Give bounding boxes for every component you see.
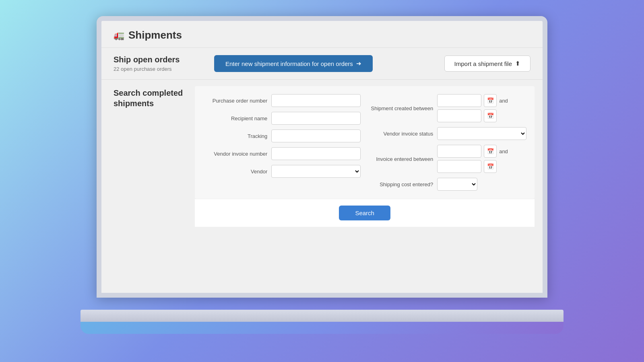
recipient-input[interactable] xyxy=(271,112,361,125)
shipment-date-from-row: 📅 and xyxy=(437,94,526,107)
ship-open-orders-section: Ship open orders 22 open purchase orders… xyxy=(101,48,543,80)
invoice-date-to-calendar-button[interactable]: 📅 xyxy=(484,160,497,173)
shipment-date-to-input[interactable] xyxy=(437,109,481,122)
invoice-entered-label: Invoice entered between xyxy=(369,156,433,162)
invoice-date-to-row: 📅 xyxy=(437,160,526,173)
shipment-date-from-input[interactable] xyxy=(437,94,481,107)
shipment-created-dates: 📅 and 📅 xyxy=(437,94,526,122)
ship-section-label-col: Ship open orders 22 open purchase orders xyxy=(114,55,206,72)
po-number-input[interactable] xyxy=(271,94,361,107)
laptop-base xyxy=(80,310,564,322)
shipment-created-label: Shipment created between xyxy=(369,105,433,111)
vendor-invoice-number-input[interactable] xyxy=(271,147,361,160)
form-right-col: Shipment created between 📅 and xyxy=(369,94,526,191)
invoice-date-to-input[interactable] xyxy=(437,160,481,173)
enter-shipment-button[interactable]: Enter new shipment information for open … xyxy=(214,55,373,72)
vendor-invoice-status-row: Vendor invoice status xyxy=(369,127,526,140)
tracking-label: Tracking xyxy=(203,133,267,139)
search-button[interactable]: Search xyxy=(339,206,390,220)
ship-section-title: Ship open orders xyxy=(114,55,206,64)
upload-icon: ⬆ xyxy=(515,60,520,67)
laptop-foot xyxy=(80,322,564,334)
invoice-date-from-input[interactable] xyxy=(437,145,481,158)
tracking-row: Tracking xyxy=(203,130,361,142)
invoice-date-from-calendar-button[interactable]: 📅 xyxy=(484,145,497,158)
duoplane-footer: 🔥 duoplane xyxy=(101,293,543,298)
search-section-title: Search completedshipments xyxy=(114,88,183,109)
vendor-label: Vendor xyxy=(203,169,267,175)
shipment-date-from-calendar-button[interactable]: 📅 xyxy=(484,94,497,107)
invoice-date-from-row: 📅 and xyxy=(437,145,526,158)
vendor-invoice-status-select[interactable] xyxy=(437,127,526,140)
invoice-entered-row: Invoice entered between 📅 and xyxy=(369,145,526,173)
shipping-cost-label: Shipping cost entered? xyxy=(369,181,433,187)
page-title: Shipments xyxy=(128,29,182,41)
po-number-label: Purchase order number xyxy=(203,98,267,104)
tracking-input[interactable] xyxy=(271,130,361,142)
enter-shipment-label: Enter new shipment information for open … xyxy=(225,60,353,67)
calendar-icon-4: 📅 xyxy=(487,163,494,170)
calendar-icon-2: 📅 xyxy=(487,113,494,119)
vendor-row: Vendor xyxy=(203,165,361,178)
open-orders-count: 22 open purchase orders xyxy=(114,66,206,72)
vendor-invoice-number-row: Vendor invoice number xyxy=(203,147,361,160)
vendor-invoice-number-label: Vendor invoice number xyxy=(203,151,267,157)
shipping-cost-select[interactable] xyxy=(437,178,477,191)
shipment-date-to-calendar-button[interactable]: 📅 xyxy=(484,109,497,122)
shipping-cost-row: Shipping cost entered? xyxy=(369,178,526,191)
page-header: 🚛 Shipments xyxy=(101,21,543,48)
shipment-date-to-row: 📅 xyxy=(437,109,526,122)
vendor-invoice-status-label: Vendor invoice status xyxy=(369,131,433,137)
truck-icon: 🚛 xyxy=(114,30,124,41)
po-number-row: Purchase order number xyxy=(203,94,361,107)
shipment-created-row: Shipment created between 📅 and xyxy=(369,94,526,122)
recipient-label: Recipient name xyxy=(203,115,267,121)
and-text-1: and xyxy=(499,98,508,104)
and-text-2: and xyxy=(499,148,508,154)
calendar-icon-1: 📅 xyxy=(487,97,494,104)
form-left-col: Purchase order number Recipient name Tra… xyxy=(203,94,361,191)
search-completed-section: Search completedshipments Purchase order… xyxy=(101,80,543,293)
arrow-icon: ➔ xyxy=(356,60,361,67)
import-shipment-label: Import a shipment file xyxy=(454,60,512,67)
import-shipment-button[interactable]: Import a shipment file ⬆ xyxy=(444,56,530,72)
invoice-entered-dates: 📅 and 📅 xyxy=(437,145,526,173)
vendor-select[interactable] xyxy=(271,165,361,178)
search-form: Purchase order number Recipient name Tra… xyxy=(195,86,535,199)
recipient-row: Recipient name xyxy=(203,112,361,125)
calendar-icon-3: 📅 xyxy=(487,148,494,154)
